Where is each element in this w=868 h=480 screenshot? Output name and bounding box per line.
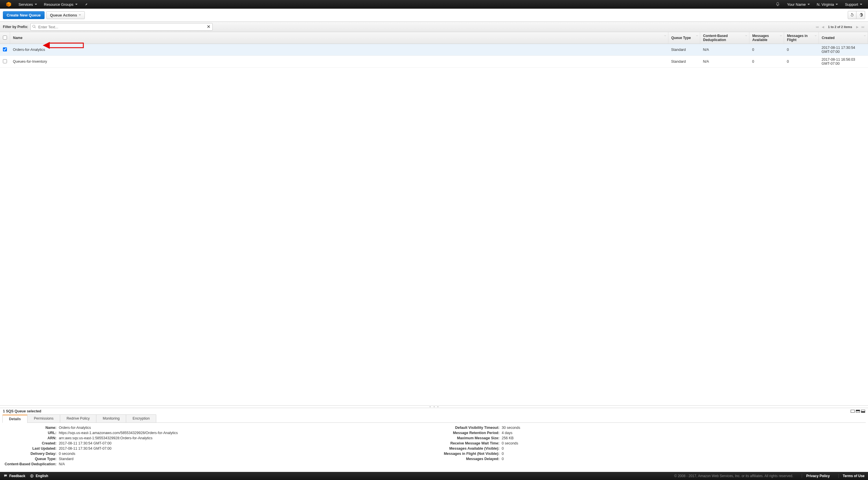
v-mrp: 4 days bbox=[502, 431, 520, 435]
bell-icon bbox=[775, 2, 780, 7]
pager-prev[interactable]: ◀ bbox=[821, 25, 825, 29]
footer-feedback[interactable]: Feedback bbox=[3, 474, 25, 478]
pager-text: 1 to 2 of 2 items bbox=[826, 25, 854, 29]
nav-resource-groups-label: Resource Groups bbox=[44, 2, 73, 7]
footer-terms[interactable]: Terms of Use bbox=[838, 474, 865, 478]
nav-services-label: Services bbox=[19, 2, 33, 7]
col-avail[interactable]: Messages Available bbox=[749, 32, 784, 44]
cell-type: Standard bbox=[669, 44, 700, 56]
queue-table: Name Queue Type Content-Based Deduplicat… bbox=[0, 32, 868, 68]
tab-redrive[interactable]: Redrive Policy bbox=[60, 414, 96, 422]
col-cbd[interactable]: Content-Based Deduplication bbox=[700, 32, 749, 44]
caret-down-icon bbox=[75, 4, 78, 5]
cell-cbd: N/A bbox=[700, 44, 749, 56]
pager-first[interactable]: ⏮ bbox=[815, 25, 819, 29]
pager-last[interactable]: ⏭ bbox=[861, 25, 865, 29]
clear-search-icon[interactable] bbox=[206, 24, 211, 29]
sort-icon bbox=[780, 35, 782, 36]
v-mif: 0 bbox=[502, 452, 520, 456]
filter-input[interactable] bbox=[30, 23, 213, 31]
filter-label: Filter by Prefix: bbox=[3, 25, 28, 29]
col-inflight[interactable]: Messages in Flight bbox=[784, 32, 819, 44]
col-type[interactable]: Queue Type bbox=[669, 32, 700, 44]
v-name: Orders-for-Analytics bbox=[59, 426, 178, 430]
nav-region-label: N. Virginia bbox=[817, 2, 834, 7]
pin-icon bbox=[85, 3, 88, 6]
footer-privacy[interactable]: Privacy Policy bbox=[802, 474, 830, 478]
k-created: Created: bbox=[5, 441, 56, 445]
queue-actions-button[interactable]: Queue Actions bbox=[46, 11, 85, 19]
cell-avail: 0 bbox=[749, 44, 784, 56]
k-updated: Last Updated: bbox=[5, 446, 56, 450]
refresh-button[interactable] bbox=[848, 11, 857, 19]
k-delay: Delivery Delay: bbox=[5, 452, 56, 456]
queue-actions-label: Queue Actions bbox=[50, 13, 77, 18]
row-checkbox[interactable] bbox=[3, 47, 7, 52]
v-md: 0 bbox=[502, 457, 520, 461]
k-qtype: Queue Type: bbox=[5, 457, 56, 461]
footer-language[interactable]: English bbox=[30, 474, 48, 478]
table-row[interactable]: Orders-for-AnalyticsStandardN/A002017-08… bbox=[0, 44, 868, 56]
row-checkbox[interactable] bbox=[3, 59, 7, 63]
nav-services[interactable]: Services bbox=[15, 0, 40, 9]
nav-pin[interactable] bbox=[81, 0, 91, 9]
footer-copyright: © 2008 - 2017, Amazon Web Services, Inc.… bbox=[674, 474, 793, 478]
layout-top-icon[interactable] bbox=[850, 410, 855, 413]
nav-notifications[interactable] bbox=[772, 0, 783, 9]
caret-down-icon bbox=[808, 4, 810, 5]
k-url: URL: bbox=[5, 431, 56, 435]
cell-created: 2017-08-11 17:30:54 GMT-07:00 bbox=[819, 44, 868, 56]
col-check-all[interactable] bbox=[0, 32, 10, 44]
settings-button[interactable] bbox=[857, 11, 865, 19]
detail-tabs: Details Permissions Redrive Policy Monit… bbox=[2, 414, 866, 423]
sort-icon bbox=[745, 35, 747, 36]
v-dvt: 30 seconds bbox=[502, 426, 520, 430]
k-arn: ARN: bbox=[5, 436, 56, 440]
table-row[interactable]: Queues-for-InventoryStandardN/A002017-08… bbox=[0, 56, 868, 68]
k-dvt: Default Visibility Timeout: bbox=[444, 426, 499, 430]
tab-permissions[interactable]: Permissions bbox=[27, 414, 60, 422]
filter-bar: Filter by Prefix: ⏮ ◀ 1 to 2 of 2 items … bbox=[0, 22, 868, 32]
table-header-row: Name Queue Type Content-Based Deduplicat… bbox=[0, 32, 868, 44]
cube-icon bbox=[6, 1, 11, 7]
toolbar: Create New Queue Queue Actions bbox=[0, 9, 868, 22]
layout-split-icon[interactable] bbox=[856, 410, 860, 413]
selection-title: 1 SQS Queue selected bbox=[3, 409, 41, 413]
cell-type: Standard bbox=[669, 56, 700, 68]
tab-monitoring[interactable]: Monitoring bbox=[96, 414, 126, 422]
nav-user[interactable]: Your Name bbox=[783, 0, 813, 9]
details-panel: 1 SQS Queue selected Details Permissions… bbox=[0, 408, 868, 472]
v-updated: 2017-08-11 17:30:54 GMT-07:00 bbox=[59, 446, 178, 450]
splitter-handle[interactable] bbox=[0, 406, 868, 408]
v-delay: 0 seconds bbox=[59, 452, 178, 456]
aws-logo[interactable] bbox=[2, 0, 15, 9]
nav-support[interactable]: Support bbox=[841, 0, 866, 9]
pager-next[interactable]: ▶ bbox=[856, 25, 859, 29]
k-md: Messages Delayed: bbox=[444, 457, 499, 461]
v-qtype: Standard bbox=[59, 457, 178, 461]
v-arn: arn:aws:sqs:us-east-1:585534329928:Order… bbox=[59, 436, 178, 440]
footer: Feedback English © 2008 - 2017, Amazon W… bbox=[0, 472, 868, 480]
v-mav: 0 bbox=[502, 446, 520, 450]
tab-encryption[interactable]: Encryption bbox=[126, 414, 156, 422]
col-name[interactable]: Name bbox=[10, 32, 669, 44]
nav-resource-groups[interactable]: Resource Groups bbox=[40, 0, 81, 9]
top-nav: Services Resource Groups Your Name N. Vi… bbox=[0, 0, 868, 9]
layout-bottom-icon[interactable] bbox=[861, 410, 865, 413]
sort-icon bbox=[664, 35, 666, 36]
speech-bubble-icon bbox=[3, 474, 7, 478]
k-mms: Maximum Message Size: bbox=[444, 436, 499, 440]
v-rmwt: 0 seconds bbox=[502, 441, 520, 445]
nav-region[interactable]: N. Virginia bbox=[813, 0, 842, 9]
create-queue-button[interactable]: Create New Queue bbox=[3, 11, 44, 19]
cell-cbd: N/A bbox=[700, 56, 749, 68]
cell-name: Orders-for-Analytics bbox=[10, 44, 669, 56]
sort-icon bbox=[864, 35, 866, 36]
tab-details[interactable]: Details bbox=[2, 415, 28, 423]
col-created[interactable]: Created bbox=[819, 32, 868, 44]
v-url: https://sqs.us-east-1.amazonaws.com/5855… bbox=[59, 431, 178, 435]
select-all-checkbox[interactable] bbox=[3, 36, 7, 40]
pager: ⏮ ◀ 1 to 2 of 2 items ▶ ⏭ bbox=[815, 25, 865, 29]
gear-icon bbox=[859, 13, 863, 18]
caret-down-icon bbox=[836, 4, 838, 5]
